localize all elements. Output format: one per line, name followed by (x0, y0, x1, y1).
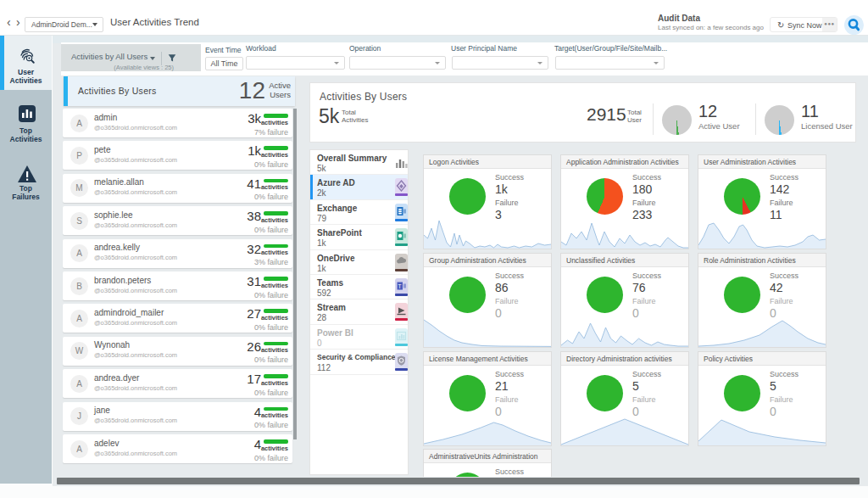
svg-text:T: T (398, 283, 402, 289)
